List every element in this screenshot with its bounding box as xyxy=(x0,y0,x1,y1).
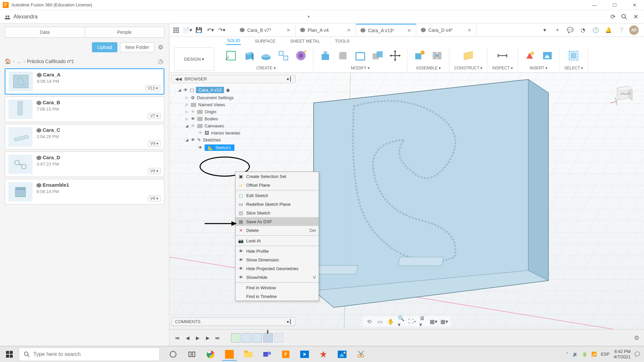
modify-fillet-icon[interactable] xyxy=(335,48,350,63)
language-indicator[interactable]: ESP xyxy=(601,352,609,357)
insert-canvas-icon[interactable] xyxy=(540,48,555,63)
tree-node-origin[interactable]: ▷👁Origin xyxy=(178,108,296,115)
assemble-joint-icon[interactable] xyxy=(430,48,444,63)
construct-plane-icon[interactable] xyxy=(461,48,476,63)
breadcrumb-share-icon[interactable]: ◷ xyxy=(157,58,164,65)
job-status-icon[interactable]: 🕐 xyxy=(591,25,600,35)
ribbon-group-label[interactable]: MODIFY ▾ xyxy=(351,65,370,72)
battery-icon[interactable]: 🔋 xyxy=(582,352,587,357)
ribbon-group-label[interactable]: INSERT ▾ xyxy=(530,65,547,72)
ribbon-group-label[interactable]: CREATE ▾ xyxy=(256,65,275,72)
taskbar-app-movies[interactable] xyxy=(296,348,313,361)
menu-save-as-dxf[interactable]: ▤Save As DXF xyxy=(235,217,319,226)
menu-show-hide[interactable]: 👁Show/HideV xyxy=(235,273,319,282)
upload-button[interactable]: Upload xyxy=(92,42,117,52)
orbit-icon[interactable]: ⟲ xyxy=(366,318,373,325)
pan-icon[interactable]: ✋ xyxy=(387,318,394,325)
taskbar-app-teams[interactable] xyxy=(258,348,276,361)
timeline-play-icon[interactable]: ▶ xyxy=(194,335,201,341)
create-box-icon[interactable] xyxy=(241,48,256,63)
close-tab-icon[interactable]: ✕ xyxy=(347,27,351,33)
modify-move-icon[interactable] xyxy=(388,48,402,63)
create-derive-icon[interactable] xyxy=(276,48,291,63)
menu-edit-sketch[interactable]: ▢Edit Sketch xyxy=(235,191,319,200)
doc-tab-cara-d[interactable]: Cara_D v4*✕ xyxy=(416,24,477,37)
window-close-button[interactable]: ✕ xyxy=(628,1,641,9)
taskbar-app-snip[interactable] xyxy=(352,348,370,361)
look-at-icon[interactable]: ▭ xyxy=(376,318,384,325)
timeline-feature[interactable] xyxy=(231,333,240,343)
create-emboss-icon[interactable] xyxy=(293,48,308,63)
taskbar-clock[interactable]: 8:42 PM 4/7/2021 xyxy=(613,349,631,359)
visibility-icon[interactable]: 👁 xyxy=(198,145,203,150)
taskbar-app-photos[interactable] xyxy=(333,348,351,361)
assemble-component-icon[interactable] xyxy=(412,48,427,63)
select-icon[interactable] xyxy=(566,48,581,63)
ribbon-tab-surface[interactable]: SURFACE xyxy=(254,37,276,45)
window-minimize-button[interactable]: ― xyxy=(588,1,601,9)
collapse-icon[interactable]: ◀◀ xyxy=(175,76,182,81)
refresh-icon[interactable]: ⟳ xyxy=(609,13,616,20)
new-tab-icon[interactable]: ＋ xyxy=(553,25,562,35)
ribbon-tab-sheet-metal[interactable]: SHEET METAL xyxy=(289,37,321,45)
volume-icon[interactable]: 🔊 xyxy=(573,352,578,357)
file-item-ensamble[interactable]: Ensamble1 8:08:14 PM V4 ▾ xyxy=(5,179,164,204)
menu-delete[interactable]: ✕DeleteDel xyxy=(235,226,319,235)
expand-icon[interactable]: ▷ xyxy=(185,96,189,100)
fit-icon[interactable]: ⛶▾ xyxy=(409,318,416,325)
visibility-icon[interactable]: 👁 xyxy=(191,109,195,114)
taskbar-app-fusion2[interactable]: F xyxy=(277,348,294,361)
user-avatar[interactable]: AP xyxy=(629,25,639,35)
doc-tab-cara-a[interactable]: Cara_A v13*✕ xyxy=(356,24,416,37)
menu-show-dimension[interactable]: 👁Show Dimension xyxy=(235,255,319,264)
tree-node-document-settings[interactable]: ▷⚙Document Settings xyxy=(178,94,296,101)
help-icon[interactable]: ❔ xyxy=(616,25,626,35)
version-dropdown[interactable]: V4 ▾ xyxy=(148,195,161,201)
zoom-icon[interactable]: 🔍▾ xyxy=(398,318,405,325)
visibility-icon[interactable]: 👁 xyxy=(191,116,195,121)
close-tab-icon[interactable]: ✕ xyxy=(407,28,411,33)
search-icon[interactable] xyxy=(621,13,628,20)
timeline-feature[interactable] xyxy=(253,333,262,343)
tree-node-canvases[interactable]: ◢👁Canvases xyxy=(178,122,296,129)
expand-icon[interactable]: ◢ xyxy=(185,124,189,128)
menu-redefine-sketch[interactable]: ▭Redefine Sketch Plane xyxy=(235,200,319,208)
expand-icon[interactable]: ▷ xyxy=(185,103,189,107)
extensions-icon[interactable]: ◔ xyxy=(578,25,588,35)
workspace-switcher[interactable]: DESIGN ▾ xyxy=(174,47,214,71)
tab-data[interactable]: Data xyxy=(5,27,85,37)
menu-slice-sketch[interactable]: ◫Slice Sketch xyxy=(235,208,319,217)
modify-shell-icon[interactable] xyxy=(353,48,368,63)
ribbon-tab-solid[interactable]: SOLID xyxy=(226,37,241,45)
close-panel-icon[interactable]: ✕ xyxy=(632,13,639,20)
expand-icon[interactable]: ◢ xyxy=(178,88,181,92)
close-tab-icon[interactable]: ✕ xyxy=(468,27,472,33)
tree-root[interactable]: ◢ 👁 ▢ Cara_A v13 ◉ xyxy=(178,86,296,94)
breadcrumb-ellipsis[interactable]: … xyxy=(17,59,21,64)
tab-people[interactable]: People xyxy=(85,27,164,37)
visibility-icon[interactable]: 👁 xyxy=(198,130,203,135)
timeline-next-icon[interactable]: ▶ xyxy=(204,335,211,341)
browser-panel-header[interactable]: ◀◀ BROWSER ●┃ xyxy=(171,75,296,83)
expand-icon[interactable]: ◢ xyxy=(185,138,189,142)
tree-node-sketch1[interactable]: 👁 📐Sketch1 xyxy=(178,143,296,152)
modify-combine-icon[interactable] xyxy=(370,48,385,63)
taskbar-app-explorer[interactable] xyxy=(239,348,257,361)
ribbon-tab-tools[interactable]: TOOLS xyxy=(334,37,351,45)
undo-icon[interactable]: ↶▾ xyxy=(206,25,215,35)
version-dropdown[interactable]: V4 ▾ xyxy=(148,168,161,174)
task-view-icon[interactable] xyxy=(183,348,201,361)
menu-hide-profile[interactable]: 👁Hide Profile xyxy=(235,247,319,255)
visibility-icon[interactable]: 👁 xyxy=(191,123,195,128)
tree-node-sketches[interactable]: ◢👁✎Sketches xyxy=(178,136,296,143)
menu-look-at[interactable]: 📷Look At xyxy=(235,236,319,245)
timeline-end-icon[interactable]: ⏭ xyxy=(214,335,221,341)
file-item-cara-b[interactable]: Cara_B 7:06:15 PM V7 ▾ xyxy=(5,97,164,122)
taskbar-app-generic[interactable] xyxy=(315,348,332,361)
ribbon-group-label[interactable]: CONSTRUCT ▾ xyxy=(454,65,482,72)
tree-node-named-views[interactable]: ▷Named Views xyxy=(178,101,296,108)
version-dropdown[interactable]: V4 ▾ xyxy=(148,140,161,146)
bell-icon[interactable]: 🔔 xyxy=(604,25,613,35)
version-dropdown[interactable]: V13 ▾ xyxy=(145,85,160,91)
chevron-down-icon[interactable]: ▾ xyxy=(308,14,310,19)
